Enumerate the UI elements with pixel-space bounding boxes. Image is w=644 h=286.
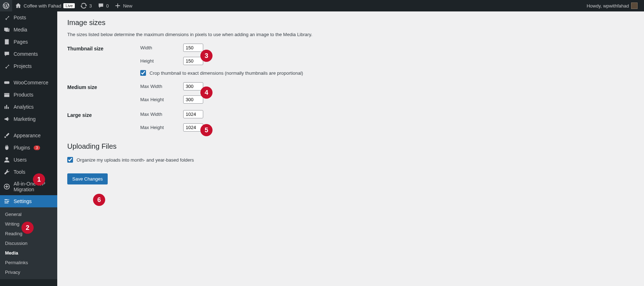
sidebar-item-plugins[interactable]: Plugins3 [0, 142, 57, 154]
sidebar-item-appearance[interactable]: Appearance [0, 129, 57, 142]
sidebar-item-tools[interactable]: Tools [0, 166, 57, 178]
pages-icon [4, 39, 10, 45]
submenu-general[interactable]: General [0, 209, 57, 219]
update-icon [80, 3, 87, 9]
submenu-discussion[interactable]: Discussion [0, 238, 57, 248]
large-maxh-label: Max Height [140, 125, 176, 130]
admin-topbar: Coffee with Fahad Live 3 0 New Howdy, wp… [0, 0, 644, 11]
sidebar-item-label: Products [14, 92, 33, 98]
medium-maxw-input[interactable] [183, 82, 203, 90]
sidebar-item-users[interactable]: Users [0, 154, 57, 166]
medium-maxw-label: Max Width [140, 84, 176, 89]
wrench-icon [4, 169, 10, 175]
sidebar-item-label: Pages [14, 39, 28, 45]
submenu-permalinks[interactable]: Permalinks [0, 258, 57, 267]
sidebar-item-projects[interactable]: Projects [0, 60, 57, 72]
home-icon [15, 3, 21, 9]
plugins-badge: 3 [34, 146, 40, 150]
site-link[interactable]: Coffee with Fahad Live [12, 0, 78, 11]
sidebar-item-aiwpm[interactable]: All-in-One WP Migration [0, 178, 57, 195]
large-maxw-input[interactable] [183, 110, 203, 118]
comments-link[interactable]: 0 [95, 0, 112, 11]
media-icon [4, 26, 10, 33]
megaphone-icon [4, 116, 10, 122]
large-title: Large size [67, 110, 132, 118]
sidebar-item-label: Media [14, 27, 27, 33]
sidebar-item-settings[interactable]: Settings [0, 195, 57, 207]
svg-rect-0 [4, 81, 9, 84]
sidebar-item-label: WooCommerce [14, 80, 48, 85]
admin-sidebar: Posts Media Pages Comments Projects WooC… [0, 11, 57, 286]
sidebar-item-label: Comments [14, 51, 38, 57]
comment-icon [98, 3, 104, 9]
site-name: Coffee with Fahad [24, 3, 61, 9]
updates-link[interactable]: 3 [78, 0, 94, 11]
wordpress-icon [3, 3, 9, 9]
plus-icon [114, 3, 121, 9]
save-button[interactable]: Save Changes [67, 173, 108, 184]
sidebar-item-label: Posts [14, 15, 26, 20]
plugin-icon [4, 144, 10, 151]
callout-6: 6 [93, 194, 105, 206]
analytics-icon [4, 104, 10, 110]
medium-row: Medium size Max Width Max Height [67, 82, 634, 104]
thumb-height-label: Height [140, 58, 176, 64]
live-badge: Live [63, 3, 75, 8]
settings-icon [4, 198, 10, 204]
comments-count: 0 [106, 3, 109, 9]
wp-logo[interactable] [0, 0, 12, 11]
sidebar-item-pages[interactable]: Pages [0, 36, 57, 48]
brush-icon [4, 132, 10, 139]
sidebar-item-products[interactable]: Products [0, 89, 57, 101]
sidebar-item-marketing[interactable]: Marketing [0, 113, 57, 125]
migration-icon [4, 183, 10, 190]
submenu-media[interactable]: Media [0, 248, 57, 258]
medium-maxh-input[interactable] [183, 95, 203, 104]
large-maxh-input[interactable] [183, 123, 203, 132]
sidebar-item-label: Marketing [14, 116, 35, 122]
sidebar-item-label: Settings [14, 198, 32, 204]
submenu-reading[interactable]: Reading [0, 229, 57, 238]
medium-maxh-label: Max Height [140, 97, 176, 102]
thumbnail-row: Thumbnail size Width Height Crop thumbna… [67, 44, 634, 76]
sidebar-item-analytics[interactable]: Analytics [0, 101, 57, 113]
sidebar-item-label: Analytics [14, 104, 34, 110]
pin-icon [4, 63, 10, 69]
new-link[interactable]: New [112, 0, 135, 11]
sidebar-item-label: All-in-One WP Migration [14, 181, 54, 192]
new-label: New [123, 3, 132, 9]
heading-image-sizes: Image sizes [67, 19, 634, 27]
sidebar-item-comments[interactable]: Comments [0, 48, 57, 60]
sidebar-item-woocommerce[interactable]: WooCommerce [0, 77, 57, 89]
thumb-height-input[interactable] [183, 57, 203, 65]
large-row: Large size Max Width Max Height [67, 110, 634, 132]
avatar [631, 3, 638, 9]
crop-checkbox[interactable] [140, 70, 146, 76]
organize-checkbox[interactable] [67, 157, 73, 163]
updates-count: 3 [89, 3, 92, 9]
intro-text: The sizes listed below determine the max… [67, 32, 634, 37]
sidebar-item-label: Appearance [14, 133, 41, 138]
sidebar-item-posts[interactable]: Posts [0, 11, 57, 24]
submenu-privacy[interactable]: Privacy [0, 267, 57, 277]
main-content: Image sizes The sizes listed below deter… [57, 11, 644, 286]
sidebar-item-media[interactable]: Media [0, 24, 57, 36]
thumbnail-title: Thumbnail size [67, 44, 132, 51]
comment-icon [4, 51, 10, 57]
settings-submenu: General Writing Reading Discussion Media… [0, 207, 57, 279]
medium-title: Medium size [67, 82, 132, 90]
thumb-width-label: Width [140, 45, 176, 50]
organize-label: Organize my uploads into month- and year… [77, 157, 194, 163]
account-link[interactable]: Howdy, wpwithfahad [584, 0, 640, 11]
sidebar-item-label: Users [14, 157, 27, 163]
sidebar-item-label: Plugins [14, 145, 30, 151]
products-icon [4, 92, 10, 98]
large-maxw-label: Max Width [140, 112, 176, 117]
howdy-text: Howdy, wpwithfahad [587, 3, 629, 9]
crop-label: Crop thumbnail to exact dimensions (norm… [150, 70, 303, 76]
submenu-writing[interactable]: Writing [0, 219, 57, 229]
thumb-width-input[interactable] [183, 44, 203, 52]
heading-uploading: Uploading Files [67, 142, 634, 151]
pin-icon [4, 14, 10, 21]
sidebar-item-label: Tools [14, 169, 25, 175]
